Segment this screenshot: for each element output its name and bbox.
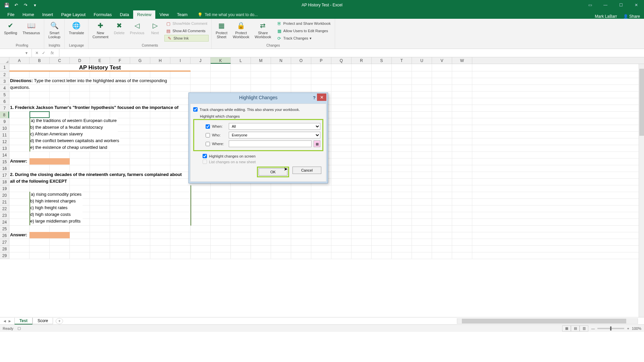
row-header-16[interactable]: 16 bbox=[0, 165, 9, 172]
tab-home[interactable]: Home bbox=[18, 10, 38, 19]
col-header-C[interactable]: C bbox=[50, 57, 70, 64]
share-button[interactable]: 👤 Share bbox=[623, 14, 640, 19]
close-icon[interactable]: ✕ bbox=[629, 0, 644, 10]
col-header-J[interactable]: J bbox=[191, 57, 211, 64]
row-header-21[interactable]: 21 bbox=[0, 199, 9, 205]
allow-edit-ranges-button[interactable]: ▦Allow Users to Edit Ranges bbox=[275, 27, 332, 34]
col-header-B[interactable]: B bbox=[30, 57, 50, 64]
zoom-level[interactable]: 100% bbox=[632, 326, 641, 330]
formula-input[interactable] bbox=[59, 50, 644, 56]
row-header-24[interactable]: 24 bbox=[0, 219, 9, 226]
maximize-icon[interactable]: ☐ bbox=[613, 0, 629, 10]
row-header-12[interactable]: 12 bbox=[0, 138, 9, 145]
col-header-R[interactable]: R bbox=[352, 57, 372, 64]
save-icon[interactable]: 💾 bbox=[4, 2, 9, 8]
tab-insert[interactable]: Insert bbox=[38, 10, 57, 19]
col-header-A[interactable]: A bbox=[9, 57, 30, 64]
row-header-29[interactable]: 29 bbox=[0, 252, 9, 259]
col-header-N[interactable]: N bbox=[271, 57, 291, 64]
previous-comment-button[interactable]: ◁Previous bbox=[128, 20, 146, 36]
protect-and-share-button[interactable]: ⛨Protect and Share Workbook bbox=[275, 20, 332, 27]
where-checkbox[interactable] bbox=[206, 142, 210, 146]
page-layout-view-button[interactable]: ▤ bbox=[571, 325, 580, 331]
col-header-P[interactable]: P bbox=[311, 57, 331, 64]
cancel-button[interactable]: Cancel bbox=[292, 167, 321, 174]
close-icon[interactable]: ✕ bbox=[317, 94, 326, 101]
col-header-O[interactable]: O bbox=[291, 57, 311, 64]
translate-button[interactable]: 🌐Translate bbox=[67, 20, 85, 36]
row-header-9[interactable]: 9 bbox=[0, 118, 9, 125]
tell-me-search[interactable]: 💡 Tell me what you want to do... bbox=[195, 11, 260, 19]
undo-icon[interactable]: ↶ bbox=[13, 2, 19, 8]
show-all-comments-button[interactable]: ▤Show All Comments bbox=[164, 27, 209, 34]
row-header-8[interactable]: 8 bbox=[0, 112, 9, 118]
delete-comment-button[interactable]: ✖Delete bbox=[112, 20, 126, 36]
name-box-input[interactable] bbox=[2, 51, 25, 55]
tab-file[interactable]: File bbox=[3, 10, 18, 19]
tab-data[interactable]: Data bbox=[116, 10, 133, 19]
row-header-11[interactable]: 11 bbox=[0, 132, 9, 138]
smart-lookup-button[interactable]: 🔍Smart Lookup bbox=[47, 20, 62, 40]
answer-1-box[interactable] bbox=[30, 158, 70, 165]
row-header-6[interactable]: 6 bbox=[0, 98, 9, 105]
sheet-tab-test[interactable]: Test bbox=[14, 318, 33, 324]
col-header-K[interactable]: K bbox=[211, 57, 231, 64]
show-ink-button[interactable]: ✎Show Ink bbox=[164, 35, 209, 42]
row-header-15[interactable]: 15 bbox=[0, 159, 9, 165]
zoom-slider[interactable] bbox=[597, 328, 624, 329]
col-header-U[interactable]: U bbox=[412, 57, 432, 64]
ok-button[interactable]: OK bbox=[259, 168, 287, 176]
dialog-titlebar[interactable]: Highlight Changes ? ✕ bbox=[189, 93, 328, 102]
row-header-23[interactable]: 23 bbox=[0, 212, 9, 219]
col-header-D[interactable]: D bbox=[70, 57, 90, 64]
track-changes-button[interactable]: ⟳Track Changes ▾ bbox=[275, 35, 332, 42]
row-header-26[interactable]: 26 bbox=[0, 232, 9, 239]
spelling-button[interactable]: ✔Spelling bbox=[3, 20, 18, 36]
row-header-22[interactable]: 22 bbox=[0, 205, 9, 212]
protect-sheet-button[interactable]: ▦Protect Sheet bbox=[214, 20, 229, 40]
new-comment-button[interactable]: ✚New Comment bbox=[91, 20, 110, 40]
row-header-1[interactable]: 1 bbox=[0, 64, 9, 71]
sheet-nav[interactable]: ◄ ► bbox=[0, 319, 14, 323]
tab-team[interactable]: Team bbox=[173, 10, 192, 19]
select-all-corner[interactable] bbox=[0, 57, 9, 64]
col-header-I[interactable]: I bbox=[170, 57, 191, 64]
redo-icon[interactable]: ↷ bbox=[23, 2, 28, 8]
zoom-in-button[interactable]: + bbox=[627, 326, 629, 330]
page-break-view-button[interactable]: ▥ bbox=[580, 325, 588, 331]
scroll-thumb[interactable] bbox=[462, 319, 626, 323]
row-header-3[interactable]: 3 bbox=[0, 78, 9, 85]
share-workbook-button[interactable]: ⇄Share Workbook bbox=[253, 20, 272, 40]
answer-2-box[interactable] bbox=[30, 232, 70, 238]
row-header-18[interactable]: 18 bbox=[0, 179, 9, 185]
macro-record-icon[interactable]: ▢ bbox=[17, 326, 21, 330]
highlight-onscreen-checkbox[interactable] bbox=[203, 154, 207, 158]
fx-icon[interactable]: fx bbox=[49, 51, 56, 55]
row-header-25[interactable]: 25 bbox=[0, 226, 9, 232]
normal-view-button[interactable]: ▦ bbox=[562, 325, 571, 331]
col-header-S[interactable]: S bbox=[372, 57, 392, 64]
when-select[interactable]: All bbox=[229, 123, 320, 130]
protect-workbook-button[interactable]: 🔒Protect Workbook bbox=[231, 20, 251, 40]
thesaurus-button[interactable]: 📖Thesaurus bbox=[21, 20, 41, 36]
row-header-17[interactable]: 17 bbox=[0, 172, 9, 179]
scroll-thumb[interactable] bbox=[639, 69, 644, 136]
chevron-down-icon[interactable]: ▾ bbox=[25, 51, 28, 55]
name-box[interactable]: ▾ bbox=[0, 49, 32, 57]
sheet-tab-score[interactable]: Score bbox=[33, 318, 53, 324]
track-changes-checkbox[interactable] bbox=[193, 107, 198, 112]
row-header-7[interactable]: 7 bbox=[0, 105, 9, 112]
horizontal-scrollbar[interactable] bbox=[457, 318, 638, 324]
col-header-W[interactable]: W bbox=[452, 57, 472, 64]
cancel-formula-icon[interactable]: ✕ bbox=[35, 51, 39, 55]
tab-page-layout[interactable]: Page Layout bbox=[57, 10, 90, 19]
col-header-M[interactable]: M bbox=[251, 57, 271, 64]
row-header-4[interactable]: 4 bbox=[0, 85, 9, 92]
ribbon-options-icon[interactable]: ▭ bbox=[582, 0, 598, 10]
col-header-F[interactable]: F bbox=[110, 57, 130, 64]
row-header-27[interactable]: 27 bbox=[0, 239, 9, 246]
enter-formula-icon[interactable]: ✓ bbox=[42, 51, 45, 55]
col-header-G[interactable]: G bbox=[130, 57, 150, 64]
user-name[interactable]: Mark LaBarr bbox=[595, 14, 617, 19]
col-header-L[interactable]: L bbox=[231, 57, 251, 64]
